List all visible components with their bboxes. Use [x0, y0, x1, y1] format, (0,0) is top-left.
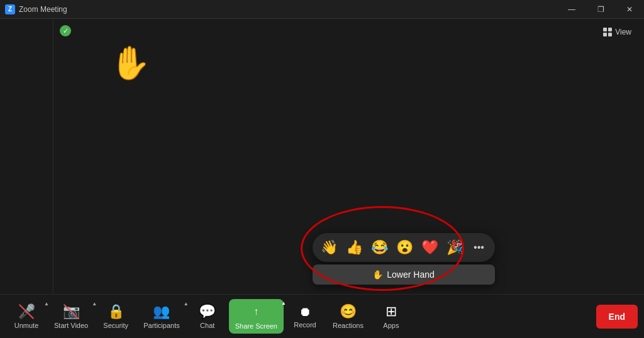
maximize-button[interactable]: ❐ — [586, 0, 615, 19]
security-label: Security — [103, 322, 128, 329]
toolbar-item-participants[interactable]: 👥 Participants ▲ — [137, 300, 186, 333]
toolbar-item-share-screen[interactable]: ↑ Share Screen ▲ — [229, 299, 284, 334]
lower-hand-emoji: ✋ — [372, 270, 383, 280]
apps-label: Apps — [383, 322, 399, 329]
emoji-wave[interactable]: 👋 — [319, 237, 340, 258]
close-button[interactable]: ✕ — [615, 0, 644, 19]
emoji-laugh[interactable]: 😂 — [369, 237, 391, 258]
emoji-party[interactable]: 🎉 — [445, 237, 466, 258]
emoji-row: 👋 👍 😂 😮 ❤️ 🎉 ••• — [313, 233, 495, 262]
emoji-thumbsup[interactable]: 👍 — [344, 237, 365, 258]
minimize-button[interactable]: — — [557, 0, 586, 19]
window-controls: — ❐ ✕ — [557, 0, 644, 19]
toolbar-item-apps[interactable]: ⊞ Apps — [371, 300, 411, 333]
share-screen-label: Share Screen — [235, 322, 277, 330]
lower-hand-button[interactable]: ✋ Lower Hand — [313, 264, 495, 285]
unmute-icon: 🎤 — [18, 303, 35, 320]
main-content: ✓ ✋ View 👋 👍 😂 😮 ❤️ 🎉 — [0, 19, 644, 294]
end-button[interactable]: End — [596, 305, 638, 329]
view-button[interactable]: View — [598, 25, 636, 39]
grid-view-icon — [603, 28, 612, 36]
more-reactions-button[interactable]: ••• — [470, 238, 489, 257]
emoji-heart[interactable]: ❤️ — [419, 237, 441, 258]
reaction-popup: 👋 👍 😂 😮 ❤️ 🎉 ••• ✋ Lower Hand — [313, 233, 495, 285]
toolbar: 🎤 Unmute ▲ 📷 Start Video ▲ 🔒 Security 👥 … — [0, 294, 644, 338]
participant-tile: ✓ ✋ View 👋 👍 😂 😮 ❤️ 🎉 — [53, 19, 644, 294]
participant-badge: ✓ — [60, 25, 71, 36]
toolbar-item-unmute[interactable]: 🎤 Unmute ▲ — [6, 300, 47, 333]
emoji-wow[interactable]: 😮 — [394, 237, 416, 258]
reactions-label: Reactions — [333, 322, 364, 329]
video-area: ✓ ✋ View 👋 👍 😂 😮 ❤️ 🎉 — [53, 19, 644, 294]
toolbar-item-reactions[interactable]: 😊 Reactions — [326, 300, 370, 333]
toolbar-item-security[interactable]: 🔒 Security — [96, 300, 136, 333]
chat-icon: 💬 — [199, 303, 216, 320]
toolbar-item-record[interactable]: ⏺ Record — [285, 301, 325, 332]
start-video-label: Start Video — [54, 322, 88, 329]
view-label: View — [615, 28, 631, 36]
chat-label: Chat — [200, 322, 214, 329]
app-icon: Z — [5, 4, 15, 14]
unmute-label: Unmute — [14, 322, 39, 329]
record-label: Record — [294, 321, 316, 329]
title-bar: Z Zoom Meeting — ❐ ✕ — [0, 0, 644, 19]
reactions-icon: 😊 — [340, 303, 357, 320]
participants-icon: 👥 — [153, 303, 170, 320]
toolbar-item-start-video[interactable]: 📷 Start Video ▲ — [48, 300, 94, 333]
connection-status-icon: ✓ — [60, 25, 71, 36]
left-sidebar — [0, 19, 53, 294]
toolbar-item-chat[interactable]: 💬 Chat — [187, 300, 228, 333]
share-screen-icon: ↑ — [247, 303, 265, 320]
record-icon: ⏺ — [299, 305, 311, 319]
participants-label: Participants — [143, 322, 179, 329]
security-icon: 🔒 — [108, 303, 125, 320]
lower-hand-label: Lower Hand — [387, 270, 435, 280]
start-video-icon: 📷 — [63, 303, 80, 320]
raised-hand-emoji: ✋ — [110, 44, 151, 82]
window-title: Zoom Meeting — [19, 5, 67, 14]
apps-icon: ⊞ — [386, 303, 397, 320]
